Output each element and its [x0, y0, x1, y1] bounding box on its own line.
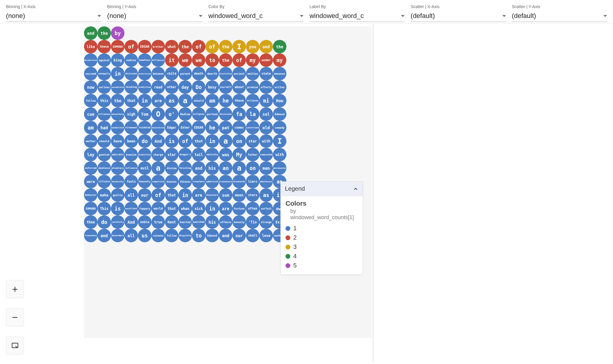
dropdown-color-by[interactable]: Color By windowed_word_c — [208, 4, 304, 22]
data-point[interactable]: man — [259, 161, 273, 175]
data-point[interactable]: serious — [97, 80, 111, 94]
legend-header[interactable]: Legend — [281, 182, 363, 196]
data-point[interactable]: parent — [178, 67, 192, 80]
data-point[interactable]: against — [97, 53, 111, 67]
data-point[interactable]: are — [151, 94, 165, 107]
legend-panel[interactable]: Legend Colors by windowed_word_counts[1]… — [280, 181, 363, 275]
data-point[interactable]: menaces — [273, 67, 286, 80]
data-point[interactable]: busy — [205, 80, 219, 94]
data-point[interactable]: with — [273, 148, 286, 161]
data-point[interactable]: maledictions — [84, 53, 97, 67]
data-point[interactable]: to — [192, 229, 205, 242]
data-point[interactable]: charge — [151, 148, 165, 161]
data-point[interactable]: under — [259, 53, 273, 67]
data-point[interactable]: Bedlam — [178, 107, 192, 121]
data-point[interactable]: villains — [97, 175, 111, 188]
data-point[interactable]: this — [97, 94, 111, 107]
data-point[interactable]: are — [219, 202, 232, 215]
data-point[interactable]: should — [192, 94, 205, 107]
data-point[interactable]: about — [232, 80, 246, 94]
data-point[interactable]: needless — [138, 53, 151, 67]
data-point[interactable]: in — [205, 134, 219, 148]
data-point[interactable]: EDMUND — [111, 40, 124, 53]
legend-item[interactable]: 1 — [286, 224, 358, 233]
data-point[interactable]: my — [246, 53, 259, 67]
legend-item[interactable]: 4 — [286, 252, 358, 261]
data-point[interactable]: thee — [84, 215, 97, 229]
data-point[interactable]: read — [151, 80, 165, 94]
data-point[interactable]: an — [219, 161, 232, 175]
data-point[interactable]: king — [111, 53, 124, 67]
data-point[interactable]: a — [219, 134, 232, 148]
data-point[interactable]: star — [246, 134, 259, 148]
data-point[interactable]: day — [178, 80, 192, 94]
data-point[interactable]: in — [205, 202, 219, 215]
data-point[interactable]: knaves — [165, 175, 178, 188]
data-point[interactable]: dearth — [205, 67, 219, 80]
data-point[interactable]: old — [259, 121, 273, 134]
data-point[interactable]: was — [219, 148, 232, 161]
data-point[interactable]: This — [97, 202, 111, 215]
data-point[interactable]: the — [97, 26, 111, 40]
data-point[interactable]: in — [178, 188, 192, 202]
data-point[interactable]: spherical — [205, 175, 219, 188]
data-point[interactable]: catastrophe — [246, 121, 259, 134]
data-point[interactable]: fortune — [232, 202, 246, 215]
dropdown-binning-y[interactable]: Binning | Y-Axis (none) — [107, 4, 202, 22]
data-point[interactable]: and — [84, 26, 97, 40]
data-point[interactable]: adulterers — [259, 175, 273, 188]
data-point[interactable]: moon — [232, 188, 246, 202]
dropdown-label-by[interactable]: Label By windowed_word_c — [309, 4, 405, 22]
data-point[interactable]: predominance — [219, 175, 232, 188]
data-point[interactable]: like — [84, 40, 97, 53]
data-point[interactable]: comes — [232, 121, 246, 134]
data-point[interactable]: obedience — [97, 161, 111, 175]
data-point[interactable]: disposition — [138, 148, 151, 161]
data-point[interactable]: Edmund — [205, 229, 219, 242]
data-point[interactable]: brother — [151, 40, 165, 53]
data-point[interactable]: of — [192, 40, 205, 53]
data-point[interactable]: How — [273, 94, 286, 107]
data-point[interactable]: disasters — [205, 188, 219, 202]
data-point[interactable]: enforced — [84, 161, 97, 175]
data-point[interactable]: shall — [246, 229, 259, 242]
data-point[interactable]: I — [273, 134, 286, 148]
data-point[interactable]: what — [165, 40, 178, 53]
data-point[interactable]: you — [246, 40, 259, 53]
data-point[interactable]: succeed — [84, 67, 97, 80]
data-point[interactable]: that — [192, 134, 205, 148]
data-point[interactable]: ruinous — [151, 229, 165, 242]
data-point[interactable]: father — [246, 148, 259, 161]
data-point[interactable]: planetary — [111, 161, 124, 175]
data-point[interactable]: Tom — [138, 107, 151, 121]
data-point[interactable]: his — [205, 161, 219, 175]
data-point[interactable]: sun — [219, 188, 232, 202]
data-point[interactable]: he — [219, 94, 232, 107]
data-point[interactable]: twinkled — [138, 121, 151, 134]
data-point[interactable]: follow — [165, 229, 178, 242]
data-point[interactable]: lose — [259, 229, 273, 242]
data-point[interactable]: honesty — [232, 215, 246, 229]
data-point[interactable]: guilty — [111, 188, 124, 202]
dropdown-scatter-x[interactable]: Scatter | X-Axis (default) — [411, 4, 506, 22]
data-point[interactable]: of — [151, 188, 165, 202]
data-point[interactable]: we — [178, 53, 192, 67]
data-point[interactable]: is — [165, 134, 178, 148]
data-point[interactable]: am — [84, 121, 97, 134]
data-point[interactable]: been — [124, 134, 138, 148]
data-point[interactable]: of — [205, 40, 219, 53]
data-point[interactable]: is — [111, 202, 124, 215]
data-point[interactable]: My — [232, 148, 246, 161]
data-point[interactable]: my — [273, 53, 286, 67]
data-point[interactable]: now — [84, 80, 97, 94]
data-point[interactable]: firmament — [124, 121, 138, 134]
data-point[interactable]: other — [165, 80, 178, 94]
data-point[interactable]: sol — [259, 107, 273, 121]
data-point[interactable]: O — [151, 107, 165, 121]
data-point[interactable]: pat — [219, 121, 232, 134]
data-point[interactable]: Enter — [178, 121, 192, 134]
data-point[interactable]: often — [246, 202, 259, 215]
data-point[interactable]: divine — [165, 161, 178, 175]
data-point[interactable]: evasion — [124, 148, 138, 161]
data-point[interactable]: his — [205, 215, 219, 229]
